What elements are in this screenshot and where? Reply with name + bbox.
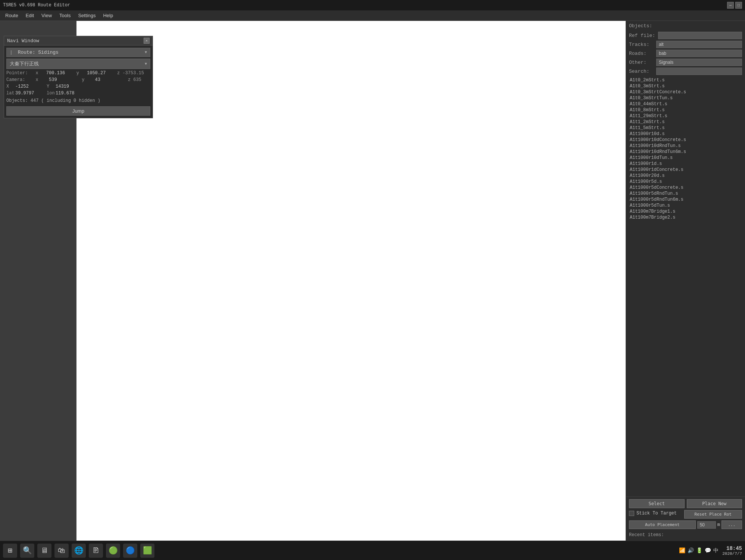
list-item[interactable]: A1t1_5mStrt.s [629, 125, 742, 131]
taskbar-clock[interactable]: 18:45 2020/7/7 [722, 545, 742, 556]
list-item[interactable]: A1t1000r5dRndTun.s [629, 191, 742, 197]
camera-z-value: 635 [133, 77, 141, 82]
jump-button[interactable]: Jump [6, 106, 150, 116]
list-item[interactable]: A1t1000r10dRndTun6m.s [629, 149, 742, 155]
auto-placement-row: Auto Placement m ... [629, 520, 742, 529]
auto-placement-extra-button[interactable]: ... [721, 520, 742, 529]
right-panel-inner: Objects: Ref file: Tracks: Roads: Other: [626, 21, 745, 497]
objects-line: Objects: 447 ( including 0 hidden ) [6, 97, 150, 104]
ref-file-input[interactable] [658, 32, 742, 39]
list-item[interactable]: A1t1000r10dConcrete.s [629, 137, 742, 143]
minimize-button[interactable]: — [727, 2, 734, 9]
pointer-z-label-and-value: z -3753.15 [117, 71, 150, 76]
sys-icons: 📶 🔊 🔋 💬 中 [679, 547, 719, 554]
camera-label: Camera: [6, 77, 34, 82]
navi-window: Navi Window ✕ | Route: Sidings ▼ [4, 36, 153, 118]
stick-to-target-label: Stick To Target [636, 511, 677, 516]
list-item[interactable]: A1t1_2mStrt.s [629, 119, 742, 125]
navi-content: | Route: Sidings ▼ 大秦下行正线 ▼ [4, 46, 153, 118]
auto-placement-value[interactable] [697, 521, 716, 529]
search-label: Search: [629, 69, 653, 74]
route-dropdown[interactable]: | Route: Sidings ▼ [6, 48, 150, 57]
list-item[interactable]: A1t0_44mStrt.s [629, 101, 742, 107]
list-item[interactable]: A1t1000r10d.s [629, 131, 742, 137]
route-dropdown-row: | Route: Sidings ▼ [6, 48, 150, 57]
list-item[interactable]: A1t0_3mStrtConcrete.s [629, 89, 742, 95]
volume-icon[interactable]: 🔊 [688, 547, 694, 554]
list-item[interactable]: A1t1000r5dRndTun6m.s [629, 197, 742, 203]
store-icon[interactable]: 🛍 [54, 544, 69, 558]
list-item[interactable]: A1t100m7Bridge2.s [629, 215, 742, 220]
lon-value: 119.678 [56, 91, 85, 96]
search-taskbar-icon[interactable]: 🔍 [20, 544, 34, 558]
taskbar-left: ⊞ 🔍 🖥 🛍 🌐 🖹 🟢 🔵 🟩 [3, 544, 679, 558]
app1-icon[interactable]: 🟢 [106, 544, 120, 558]
lat-value: 39.9797 [15, 91, 45, 96]
pointer-z-value: -3753.15 [122, 71, 144, 76]
stick-to-target-row: Stick To Target [629, 510, 682, 517]
place-new-button[interactable]: Place New [687, 499, 742, 508]
objects-header: Objects: [626, 21, 745, 31]
menu-route[interactable]: Route [1, 11, 22, 20]
start-button[interactable]: ⊞ [3, 544, 17, 558]
list-item[interactable]: A1t1_29mStrt.s [629, 113, 742, 119]
search-input[interactable] [656, 68, 742, 75]
list-item[interactable]: A1t1000r5dConcrete.s [629, 185, 742, 191]
xy-info: X -1252 Y 14319 [6, 84, 150, 89]
list-item[interactable]: A1t1000r1d.s [629, 161, 742, 167]
titlebar-controls: — □ [727, 2, 742, 9]
auto-placement-unit: m [717, 522, 720, 528]
lat-label: lat [6, 91, 14, 96]
task-view-icon[interactable]: 🖥 [37, 544, 51, 558]
reset-place-rot-button[interactable]: Reset Place Rot [684, 510, 742, 519]
latlon-info: lat 39.9797 lon 119.678 [6, 91, 150, 96]
pointer-label: Pointer: [6, 71, 34, 76]
list-item[interactable]: A1t1000r20d.s [629, 173, 742, 179]
list-item[interactable]: A1t0_2mStrt.s [629, 77, 742, 83]
menu-edit[interactable]: Edit [22, 11, 38, 20]
ime-icon[interactable]: 中 [713, 547, 719, 554]
list-item[interactable]: A1t0_3mStrtTun.s [629, 95, 742, 101]
other-row: Other: [626, 58, 745, 67]
list-item[interactable]: A1t1000r5dTun.s [629, 203, 742, 209]
select-button[interactable]: Select [629, 499, 685, 508]
x-value: -1252 [15, 84, 45, 89]
maximize-button[interactable]: □ [735, 2, 742, 9]
other-input[interactable] [656, 59, 742, 66]
tracks-input[interactable] [656, 41, 742, 48]
objects-label: Objects: [629, 23, 653, 29]
stick-to-target-checkbox[interactable] [629, 511, 634, 516]
menu-tools[interactable]: Tools [56, 11, 74, 20]
notification-icon[interactable]: 💬 [705, 547, 711, 554]
y-value: 14319 [56, 84, 85, 89]
auto-placement-button[interactable]: Auto Placement [629, 520, 696, 529]
menu-settings[interactable]: Settings [74, 11, 99, 20]
menu-view[interactable]: View [38, 11, 56, 20]
other-label: Other: [629, 60, 653, 65]
battery-icon[interactable]: 🔋 [696, 547, 702, 554]
canvas[interactable] [76, 21, 626, 541]
list-item[interactable]: A1t0_3mStrt.s [629, 83, 742, 89]
menu-help[interactable]: Help [99, 11, 117, 20]
list-item[interactable]: A1t1000r1dConcrete.s [629, 167, 742, 173]
explorer-icon[interactable]: 🖹 [89, 544, 103, 558]
navi-close-button[interactable]: ✕ [144, 38, 150, 44]
list-item[interactable]: A1t1000r10dTun.s [629, 155, 742, 161]
object-list[interactable]: A1t0_2mStrt.sA1t0_3mStrt.sA1t0_3mStrtCon… [626, 76, 745, 497]
route-dropdown-arrow: ▼ [145, 50, 147, 54]
list-item[interactable]: A1t1000r5d.s [629, 179, 742, 185]
app2-icon[interactable]: 🔵 [123, 544, 137, 558]
app3-icon[interactable]: 🟩 [140, 544, 154, 558]
list-item[interactable]: A1t1000r10dRndTun.s [629, 143, 742, 149]
list-item[interactable]: A1t0_8mStrt.s [629, 107, 742, 113]
sub-route-dropdown[interactable]: 大秦下行正线 ▼ [6, 59, 150, 69]
navi-window-title: Navi Window [7, 38, 39, 44]
list-item[interactable]: A1t100m7Bridge1.s [629, 209, 742, 215]
pointer-x-value: 700.136 [46, 71, 75, 76]
roads-input[interactable] [656, 50, 742, 57]
navi-titlebar: Navi Window ✕ [4, 36, 153, 46]
network-icon[interactable]: 📶 [679, 547, 685, 554]
roads-row: Roads: [626, 49, 745, 58]
titlebar-title: TSRE5 v0.698 Route Editor [3, 3, 727, 8]
edge-icon[interactable]: 🌐 [72, 544, 86, 558]
